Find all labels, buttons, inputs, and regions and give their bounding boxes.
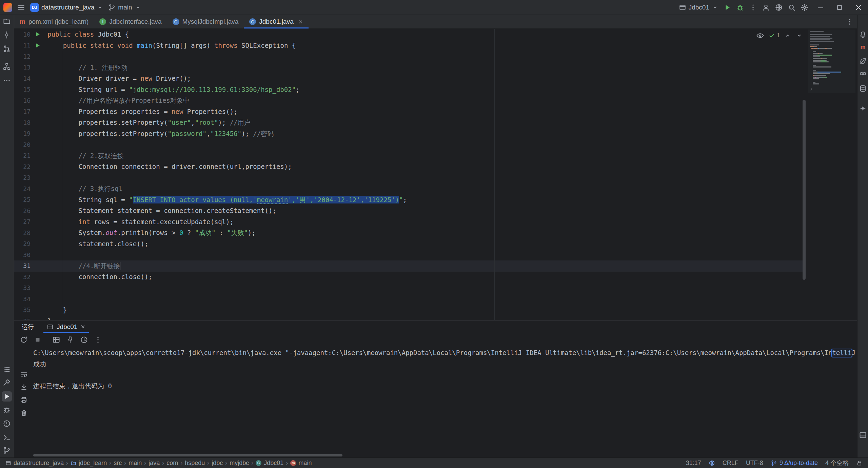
prev-problem-icon[interactable] [784, 32, 791, 39]
run-button[interactable] [721, 1, 734, 14]
build-tool-button[interactable] [2, 377, 12, 388]
account-button[interactable] [760, 1, 772, 14]
gutter-line[interactable]: 11 [14, 40, 47, 51]
gradle-tool-button[interactable] [858, 69, 868, 79]
more-tool-windows-tool-button[interactable] [2, 75, 12, 85]
settings-button[interactable] [798, 1, 811, 14]
breadcrumb-main[interactable]: main [129, 460, 142, 467]
code-line[interactable]: Driver driver = new Driver(); [47, 73, 857, 84]
gutter-line[interactable]: 34 [14, 293, 47, 305]
editor-tab-jdbcinterface-java[interactable]: IJdbcInterface.java [94, 15, 167, 28]
maximize-button[interactable] [830, 0, 849, 15]
breadcrumb-datastructure-java[interactable]: datastructure_java [5, 460, 64, 467]
gutter-line[interactable]: 28 [14, 227, 47, 238]
gutter-line[interactable]: 36 [14, 315, 47, 320]
gutter-line[interactable]: 10 [14, 29, 47, 40]
pull-requests-tool-button[interactable] [2, 44, 12, 54]
git-tool-button[interactable] [2, 445, 12, 455]
more-vertical-icon[interactable] [94, 336, 102, 344]
gutter-line[interactable]: 21 [14, 150, 47, 161]
scroll-to-end-icon[interactable] [20, 383, 28, 391]
gutter-line[interactable]: 19 [14, 128, 47, 139]
run-content-tab[interactable]: Jdbc01 [43, 320, 89, 333]
translation-status-icon[interactable] [709, 460, 715, 466]
gutter-line[interactable]: 24 [14, 183, 47, 194]
highlight-mode-eye-icon[interactable] [756, 32, 764, 40]
gutter-line[interactable]: 17 [14, 106, 47, 117]
vcs-branch-widget[interactable]: main [106, 1, 143, 14]
code-line[interactable]: // 1. 注册驱动 [47, 62, 857, 73]
gutter-line[interactable]: 13 [14, 62, 47, 73]
code-line[interactable]: } [47, 315, 857, 320]
layout-tool-button[interactable] [858, 430, 868, 440]
gutter-line[interactable]: 20 [14, 139, 47, 150]
breadcrumb-jdbc-learn[interactable]: jdbc_learn [71, 460, 107, 467]
close-tab-icon[interactable] [80, 324, 85, 329]
gutter-line[interactable]: 30 [14, 249, 47, 260]
breadcrumb-myjdbc[interactable]: myjdbc [230, 460, 249, 467]
close-button[interactable] [849, 0, 868, 15]
editor-tab-mysqljdbcimpl-java[interactable]: CMysqlJdbcImpl.java [167, 15, 244, 28]
file-encoding[interactable]: UTF-8 [746, 460, 763, 467]
breadcrumb-src[interactable]: src [114, 460, 122, 467]
run-tool-button[interactable] [2, 391, 12, 402]
main-menu-button[interactable] [14, 1, 28, 14]
code-line[interactable] [47, 282, 857, 294]
editor-tab-jdbc01-java[interactable]: CJdbc01.java [244, 15, 308, 28]
breadcrumb-com[interactable]: com [166, 460, 178, 467]
code-line[interactable] [47, 293, 857, 305]
gutter-line[interactable]: 16 [14, 95, 47, 106]
code-line[interactable]: statement.close(); [47, 238, 857, 250]
minimize-button[interactable] [811, 0, 830, 15]
gutter-line[interactable]: 12 [14, 51, 47, 62]
run-configuration-widget[interactable]: Jdbc01 [676, 1, 721, 14]
problems-tool-button[interactable] [2, 418, 12, 429]
code-line[interactable]: // 3.执行sql [47, 183, 857, 194]
gutter-line[interactable]: 18 [14, 117, 47, 128]
code-line[interactable]: //用户名密码放在Properties对象中 [47, 95, 857, 106]
editor-tab-pom-xml-jdbc-learn-[interactable]: mpom.xml (jdbc_learn) [14, 15, 94, 28]
project-tool-button[interactable] [2, 16, 12, 26]
gutter-line[interactable]: 31 [14, 260, 47, 272]
code-line[interactable]: // 2.获取连接 [47, 150, 857, 161]
gutter-line[interactable]: 23 [14, 172, 47, 183]
run-gutter-button[interactable] [31, 31, 45, 37]
breadcrumb-java[interactable]: java [149, 460, 160, 467]
gutter-line[interactable]: 26 [14, 205, 47, 216]
print-icon[interactable] [20, 396, 28, 404]
code-line[interactable]: connection.close(); [47, 271, 857, 282]
code-line[interactable]: //4.断开链接 [47, 260, 857, 272]
caret-position[interactable]: 31:17 [686, 460, 701, 467]
commit-tool-button[interactable] [2, 30, 12, 40]
code-minimap[interactable] [808, 30, 855, 93]
stop-icon[interactable] [34, 336, 42, 344]
code-line[interactable] [47, 249, 857, 260]
bean-tool-button[interactable] [858, 56, 868, 66]
structure-tool-button[interactable] [2, 61, 12, 72]
code-area[interactable]: public class Jdbc01 { public static void… [47, 29, 857, 320]
project-widget[interactable]: DJ datastructure_java [28, 1, 106, 14]
debug-button[interactable] [734, 1, 747, 14]
translate-button[interactable] [772, 1, 785, 14]
editor-scrollbar[interactable] [803, 100, 806, 280]
code-line[interactable]: System.out.println(rows > 0 ? "成功" : "失败… [47, 227, 857, 238]
gutter-line[interactable]: 33 [14, 282, 47, 294]
code-editor[interactable]: 1011121314151617181920212223242526272829… [14, 29, 857, 320]
rerun-icon[interactable] [20, 336, 28, 344]
code-line[interactable]: public static void main(String[] args) t… [47, 40, 857, 51]
run-gutter-button[interactable] [31, 42, 45, 48]
gutter-line[interactable]: 35 [14, 305, 47, 316]
pin-icon[interactable] [66, 336, 74, 344]
gutter-line[interactable]: 25 [14, 194, 47, 206]
breadcrumb-jdbc01[interactable]: CJdbc01 [256, 460, 283, 467]
breadcrumb-hspedu[interactable]: hspedu [185, 460, 205, 467]
close-tab-icon[interactable] [298, 19, 303, 24]
code-line[interactable]: Statement statement = connection.createS… [47, 205, 857, 216]
ai-assistant-tool-button[interactable] [858, 103, 868, 114]
editor-gutter[interactable]: 1011121314151617181920212223242526272829… [14, 29, 47, 320]
code-line[interactable]: Connection connection = driver.connect(u… [47, 161, 857, 172]
gutter-line[interactable]: 15 [14, 84, 47, 95]
console-output[interactable]: C:\Users\meowrain\scoop\apps\corretto17-… [33, 347, 857, 453]
breadcrumb-main[interactable]: mmain [290, 460, 312, 467]
code-line[interactable]: } [47, 305, 857, 316]
